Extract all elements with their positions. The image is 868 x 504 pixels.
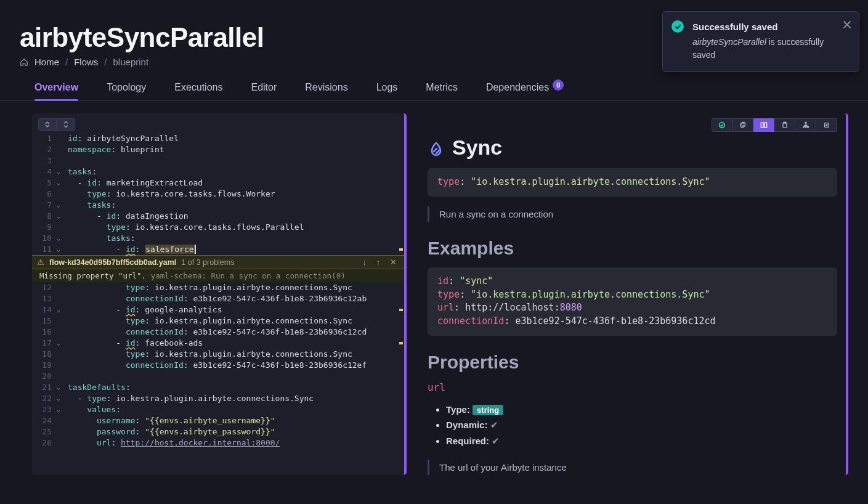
- problems-bar: ⚠ flow-kd34e0d95b7bff5cdb0ad.yaml 1 of 3…: [32, 255, 404, 269]
- doc-tree-button[interactable]: [795, 118, 816, 132]
- fold-chevron-icon[interactable]: ⌄: [57, 177, 68, 189]
- fold-chevron-icon[interactable]: ⌄: [57, 338, 68, 349]
- problems-prev-icon[interactable]: ↑: [374, 258, 383, 267]
- breadcrumb-sep: /: [65, 57, 68, 67]
- fold-chevron-icon: [57, 189, 68, 200]
- content-area: 1id: airbyteSyncParallel2namespace: blue…: [0, 101, 868, 475]
- breadcrumb-flows[interactable]: Flows: [74, 57, 98, 67]
- fold-chevron-icon[interactable]: ⌄: [57, 211, 68, 222]
- code-line[interactable]: 19 connectionId: e3b1ce92-547c-436f-b1e8…: [32, 360, 404, 371]
- doc-toolbar: [428, 113, 837, 132]
- code-line[interactable]: 23⌄ values:: [32, 404, 404, 415]
- doc-split-button[interactable]: [753, 118, 774, 132]
- toast-body-name: airbyteSyncParallel: [692, 37, 766, 47]
- minimap-warning-mark: [399, 342, 403, 344]
- fold-chevron-icon: [57, 222, 68, 233]
- code-line[interactable]: 11⌄ - id: salesforce: [32, 244, 404, 255]
- code-area[interactable]: 1id: airbyteSyncParallel2namespace: blue…: [32, 133, 404, 255]
- editor-toolbar: [32, 113, 404, 133]
- editor-panel: 1id: airbyteSyncParallel2namespace: blue…: [32, 113, 407, 475]
- code-line[interactable]: 26 url: http://host.docker.internal:8000…: [32, 437, 404, 449]
- tabs: Overview Topology Executions Editor Revi…: [0, 67, 868, 101]
- code-line[interactable]: 3: [32, 155, 404, 166]
- code-line[interactable]: 22⌄ - type: io.kestra.plugin.airbyte.con…: [32, 393, 404, 404]
- tab-revisions[interactable]: Revisions: [305, 82, 347, 100]
- tab-dependencies-label: Dependencies: [486, 82, 549, 93]
- fold-chevron-icon: [57, 293, 68, 304]
- expand-all-button[interactable]: [57, 118, 75, 131]
- toast-successfully-saved: Successfully saved airbyteSyncParallel i…: [662, 11, 859, 72]
- minimap-warning-mark: [399, 248, 403, 251]
- fold-chevron-icon: [57, 133, 68, 144]
- fold-chevron-icon[interactable]: ⌄: [57, 166, 68, 177]
- code-line[interactable]: 13 connectionId: e3b1ce92-547c-436f-b1e8…: [32, 293, 404, 304]
- breadcrumb-sep: /: [104, 57, 107, 67]
- code-line[interactable]: 5⌄ - id: marketingExtractLoad: [32, 177, 404, 189]
- dependencies-badge: 0: [553, 79, 564, 91]
- doc-validate-button[interactable]: [712, 118, 732, 132]
- fold-chevron-icon[interactable]: ⌄: [57, 382, 68, 393]
- problems-file: flow-kd34e0d95b7bff5cdb0ad.yaml: [49, 258, 176, 267]
- code-line[interactable]: 6 type: io.kestra.core.tasks.flows.Worke…: [32, 189, 404, 200]
- code-line[interactable]: 16 connectionId: e3b1ce92-547c-436f-b1e8…: [32, 327, 404, 338]
- code-line[interactable]: 20: [32, 371, 404, 382]
- doc-copy-button[interactable]: [732, 118, 753, 132]
- code-line[interactable]: 14⌄ - id: google-analytics: [32, 304, 404, 315]
- fold-chevron-icon[interactable]: ⌄: [57, 200, 68, 211]
- code-line[interactable]: 17⌄ - id: facebook-ads: [32, 338, 404, 349]
- code-line[interactable]: 24 username: "{{envs.airbyte_username}}": [32, 415, 404, 426]
- doc-export-button[interactable]: [816, 118, 837, 132]
- fold-chevron-icon[interactable]: ⌄: [57, 304, 68, 315]
- code-line[interactable]: 25 password: "{{envs.airbyte_password}}": [32, 426, 404, 437]
- code-line[interactable]: 7⌄ tasks:: [32, 200, 404, 211]
- check-icon: ✔: [490, 420, 498, 430]
- prop-dynamic: Dynamic: ✔: [446, 417, 837, 433]
- code-line[interactable]: 2namespace: blueprint: [32, 144, 404, 155]
- fold-chevron-icon: [57, 360, 68, 371]
- problems-close-icon[interactable]: ✕: [387, 258, 399, 267]
- doc-type-key: type: [437, 176, 460, 187]
- code-line[interactable]: 9 type: io.kestra.core.tasks.flows.Paral…: [32, 222, 404, 233]
- code-line[interactable]: 1id: airbyteSyncParallel: [32, 133, 404, 144]
- fold-chevron-icon: [57, 426, 68, 437]
- minimap-warning-mark: [399, 309, 403, 311]
- fold-chevron-icon: [57, 315, 68, 327]
- collapse-all-button[interactable]: [38, 118, 57, 131]
- fold-chevron-icon[interactable]: ⌄: [57, 404, 68, 415]
- prop-url-list: Type: string Dynamic: ✔ Required: ✔: [428, 402, 837, 449]
- fold-chevron-icon: [57, 437, 68, 449]
- doc-clipboard-button[interactable]: [774, 118, 795, 132]
- doc-panel: Sync type: "io.kestra.plugin.airbyte.con…: [415, 113, 848, 475]
- problems-next-icon[interactable]: ↓: [360, 258, 369, 267]
- tab-executions[interactable]: Executions: [174, 82, 222, 100]
- code-line[interactable]: 4⌄tasks:: [32, 166, 404, 177]
- close-icon[interactable]: [843, 20, 851, 29]
- tab-editor[interactable]: Editor: [251, 82, 277, 100]
- tab-logs[interactable]: Logs: [376, 82, 398, 100]
- code-line[interactable]: 18 type: io.kestra.plugin.airbyte.connec…: [32, 349, 404, 360]
- fold-chevron-icon[interactable]: ⌄: [57, 393, 68, 404]
- tab-dependencies[interactable]: Dependencies 0: [486, 82, 564, 100]
- tab-metrics[interactable]: Metrics: [426, 82, 458, 100]
- svg-point-9: [805, 122, 806, 123]
- prop-url-name: url: [428, 381, 837, 393]
- code-line[interactable]: 15 type: io.kestra.plugin.airbyte.connec…: [32, 315, 404, 327]
- breadcrumb-current: blueprint: [113, 57, 149, 67]
- code-line[interactable]: 12 type: io.kestra.plugin.airbyte.connec…: [32, 282, 404, 293]
- prop-url-desc: The url of your Airbyte instance: [428, 460, 837, 475]
- fold-chevron-icon[interactable]: ⌄: [57, 233, 68, 244]
- code-line[interactable]: 10⌄ tasks:: [32, 233, 404, 244]
- tab-topology[interactable]: Topology: [107, 82, 146, 100]
- doc-title: Sync: [428, 136, 837, 160]
- code-area-2[interactable]: 12 type: io.kestra.plugin.airbyte.connec…: [32, 282, 404, 449]
- doc-type-val: "io.kestra.plugin.airbyte.connections.Sy…: [471, 176, 710, 187]
- prop-type-pill: string: [473, 405, 503, 415]
- code-line[interactable]: 21⌄taskDefaults:: [32, 382, 404, 393]
- check-icon: ✔: [492, 436, 500, 446]
- tab-overview[interactable]: Overview: [34, 82, 78, 100]
- fold-chevron-icon[interactable]: ⌄: [57, 244, 68, 255]
- breadcrumb-home[interactable]: Home: [34, 57, 59, 67]
- code-line[interactable]: 8⌄ - id: dataIngestion: [32, 211, 404, 222]
- problem-msg-src: yaml-schema: Run a sync on a connection(…: [151, 271, 346, 280]
- example-line: id: "sync": [437, 275, 827, 288]
